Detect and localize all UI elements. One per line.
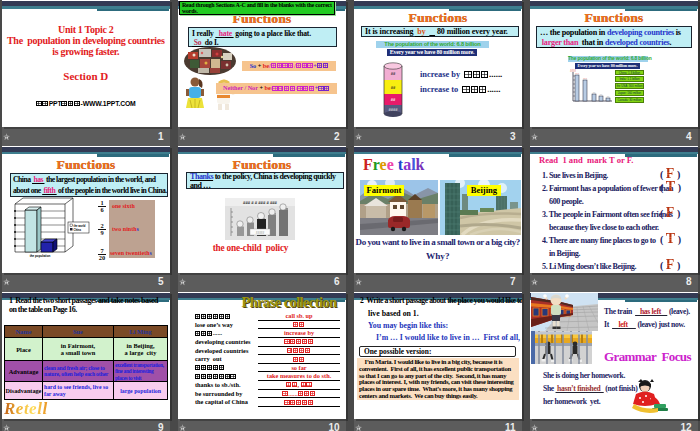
svg-text:#####: #####: [256, 230, 265, 234]
svg-text:##: ##: [391, 85, 396, 90]
svg-text:####: ####: [389, 107, 399, 112]
svg-text:##: ##: [593, 91, 596, 93]
svg-text:##: ##: [391, 71, 396, 76]
svg-text:###: ###: [575, 72, 580, 75]
svg-text:###: ###: [583, 77, 588, 80]
svg-text:##: ##: [391, 97, 396, 102]
svg-text:##: ##: [600, 93, 603, 95]
svg-text:### # # ### # ###: ### # # ### # ###: [243, 199, 277, 204]
svg-text:##: ##: [607, 95, 610, 97]
svg-text:the population: the population: [30, 253, 51, 257]
svg-text:the world: the world: [74, 223, 86, 227]
svg-text:China: China: [74, 227, 82, 231]
